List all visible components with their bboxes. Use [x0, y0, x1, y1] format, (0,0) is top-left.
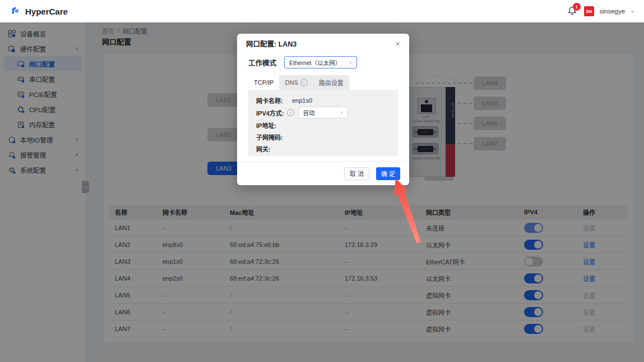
modal-body: 工作模式 Ethernet（以太网） ∨ TCP/IP DNSi 路由设置 网卡…	[237, 56, 409, 156]
chevron-down-icon[interactable]: ∨	[631, 9, 634, 14]
app-window: HyperCare 1 SN sinsegye ∨ 设备概览 硬件配置 ∧	[0, 0, 644, 362]
nic-name-label: 网卡名称:	[256, 96, 292, 105]
close-icon[interactable]: ×	[395, 39, 400, 48]
nic-name-row: 网卡名称: enp1s0	[256, 95, 390, 106]
username[interactable]: sinsegye	[600, 8, 625, 15]
chevron-down-icon: ∨	[340, 110, 344, 115]
cancel-button[interactable]: 取 消	[344, 167, 369, 180]
gateway-label: 网关:	[256, 144, 292, 153]
tab-route-settings[interactable]: 路由设置	[313, 75, 349, 90]
work-mode-row: 工作模式 Ethernet（以太网） ∨	[248, 56, 398, 68]
confirm-button[interactable]: 确 定	[376, 167, 400, 180]
ip-address-row: IP地址:	[256, 120, 390, 130]
info-icon[interactable]: i	[287, 109, 294, 116]
info-icon: i	[300, 79, 308, 86]
subnet-mask-row: 子网掩码:	[256, 131, 390, 142]
nic-name-value: enp1s0	[292, 97, 312, 104]
ipv4-mode-row: IPV4方式: i 自动 ∨	[256, 107, 390, 118]
gateway-row: 网关:	[256, 143, 390, 154]
hypercare-logo-icon	[10, 6, 21, 17]
tab-tcpip[interactable]: TCP/IP	[248, 75, 279, 90]
work-mode-value: Ethernet（以太网）	[289, 58, 341, 67]
ipv4-mode-label: IPV4方式:	[256, 108, 284, 117]
work-mode-select[interactable]: Ethernet（以太网） ∨	[284, 56, 357, 68]
ipv4-mode-select[interactable]: 自动 ∨	[299, 107, 348, 118]
modal-title: 网口配置: LAN3	[246, 38, 296, 49]
tcpip-panel: 网卡名称: enp1s0 IPV4方式: i 自动 ∨ IP地址: 子网掩码: …	[248, 90, 398, 156]
brand: HyperCare	[10, 6, 68, 17]
ipv4-mode-value: 自动	[303, 108, 315, 117]
brand-name: HyperCare	[25, 7, 68, 16]
top-right-cluster: 1 SN sinsegye ∨	[566, 5, 634, 17]
modal-tabs: TCP/IP DNSi 路由设置	[248, 75, 349, 90]
notifications-button[interactable]: 1	[566, 5, 578, 17]
subnet-mask-label: 子网掩码:	[256, 132, 292, 141]
top-bar: HyperCare 1 SN sinsegye ∨	[0, 0, 644, 22]
chevron-down-icon: ∨	[349, 60, 352, 65]
work-mode-label: 工作模式	[248, 57, 276, 68]
tab-dns[interactable]: DNSi	[279, 75, 313, 90]
ip-address-label: IP地址:	[256, 121, 292, 130]
modal-header: 网口配置: LAN3 ×	[237, 34, 409, 53]
modal-footer: 取 消 确 定	[237, 161, 409, 185]
port-config-modal: 网口配置: LAN3 × 工作模式 Ethernet（以太网） ∨ TCP/IP…	[237, 34, 409, 185]
avatar[interactable]: SN	[584, 6, 594, 16]
notification-badge: 1	[573, 3, 581, 11]
